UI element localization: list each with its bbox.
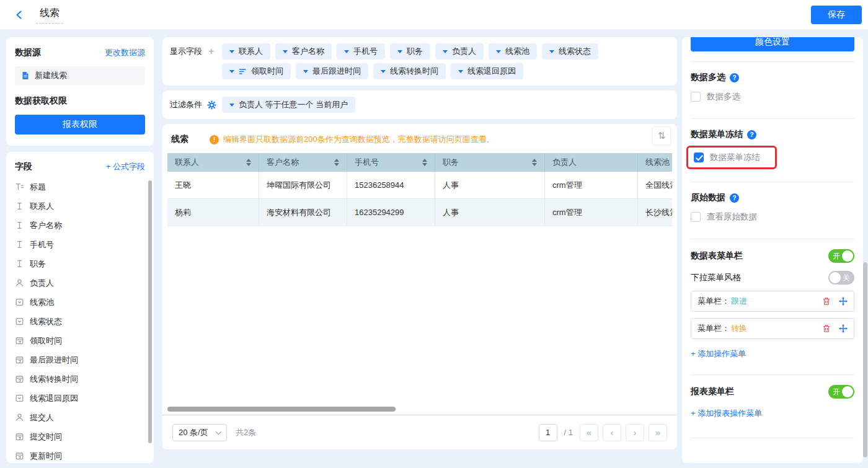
chevron-down-icon[interactable] xyxy=(229,50,234,53)
field-list-item[interactable]: 线索状态 xyxy=(15,312,145,331)
add-report-action-menu-link[interactable]: + 添加报表操作菜单 xyxy=(691,408,854,419)
left-sidebar: 数据源 更改数据源 新建线索 数据获取权限 报表权限 字段 + 公式字段 xyxy=(6,37,154,463)
menu-bar-item[interactable]: 菜单栏： 转换 xyxy=(691,318,854,339)
first-page-button[interactable]: « xyxy=(580,424,598,441)
help-icon[interactable]: ? xyxy=(730,73,739,82)
column-header[interactable]: 手机号 xyxy=(347,153,435,172)
display-field-chip[interactable]: 客户名称 xyxy=(275,43,332,60)
change-datasource-link[interactable]: 更改数据源 xyxy=(105,47,145,58)
display-field-chip[interactable]: 线索池 xyxy=(489,43,537,60)
table-row[interactable]: 杨莉 海安材料有限公司 16235294299 人事 crm管理 长沙线索 xyxy=(167,199,672,226)
display-field-chip[interactable]: 职务 xyxy=(390,43,430,60)
help-icon[interactable]: ? xyxy=(747,130,756,139)
field-list-item[interactable]: 客户名称 xyxy=(15,216,145,235)
field-list-item[interactable]: 最后跟进时间 xyxy=(15,350,145,369)
field-list-item[interactable]: 标题 xyxy=(15,177,145,196)
sort-carets-icon[interactable] xyxy=(334,159,339,166)
column-header[interactable]: 客户名称 xyxy=(259,153,347,172)
move-icon[interactable] xyxy=(839,324,848,333)
table-cell: 海安材料有限公司 xyxy=(259,199,347,226)
add-formula-field-link[interactable]: + 公式字段 xyxy=(106,161,145,172)
field-list-item[interactable]: 线索转换时间 xyxy=(15,369,145,389)
delete-icon[interactable] xyxy=(822,324,831,333)
window-scrollbar[interactable] xyxy=(863,262,867,457)
move-icon[interactable] xyxy=(839,297,848,306)
field-list-item[interactable]: 领取时间 xyxy=(15,331,145,350)
raw-data-checkbox-row[interactable]: 查看原始数据 xyxy=(691,211,854,223)
multi-select-checkbox-row[interactable]: 数据多选 xyxy=(691,91,854,102)
field-list-item[interactable]: 线索池 xyxy=(15,293,145,312)
display-field-chip[interactable]: 最后跟进时间 xyxy=(296,63,368,79)
sort-carets-icon[interactable] xyxy=(246,159,251,166)
chevron-down-icon[interactable] xyxy=(283,50,288,53)
save-button[interactable]: 保存 xyxy=(811,6,862,24)
display-field-chip[interactable]: 手机号 xyxy=(337,43,385,60)
chip-label: 线索转换时间 xyxy=(390,66,438,77)
add-action-menu-link[interactable]: + 添加操作菜单 xyxy=(691,348,854,360)
fields-scrollbar[interactable] xyxy=(148,180,152,443)
display-field-chip[interactable]: 联系人 xyxy=(222,43,270,60)
gear-icon[interactable] xyxy=(207,100,216,110)
display-field-chip[interactable]: 负责人 xyxy=(435,43,484,60)
checkbox-checked[interactable] xyxy=(694,152,704,162)
chevron-down-icon[interactable] xyxy=(397,50,402,53)
field-item-label: 线索状态 xyxy=(30,316,62,327)
current-page-input[interactable]: 1 xyxy=(539,424,557,441)
table-horizontal-scrollbar[interactable] xyxy=(167,407,396,412)
next-page-button[interactable]: › xyxy=(626,424,644,441)
checkbox-unchecked[interactable] xyxy=(691,92,701,102)
sort-carets-icon[interactable] xyxy=(532,159,537,166)
field-type-icon xyxy=(15,374,24,384)
page-title[interactable]: 线索 xyxy=(36,6,63,24)
display-field-chip[interactable]: 线索状态 xyxy=(542,43,598,60)
chevron-down-icon[interactable] xyxy=(303,70,308,73)
chevron-down-icon[interactable] xyxy=(458,70,463,73)
back-button[interactable] xyxy=(11,7,27,23)
chevron-down-icon[interactable] xyxy=(229,104,234,107)
display-field-chip[interactable]: 线索退回原因 xyxy=(451,63,523,79)
field-list-item[interactable]: 提交人 xyxy=(15,408,145,427)
chevron-down-icon[interactable] xyxy=(549,50,554,53)
chevron-down-icon[interactable] xyxy=(496,50,501,53)
row-sort-toggle-button[interactable]: ⇅ xyxy=(652,126,671,145)
column-header[interactable]: 线索池 xyxy=(638,153,672,172)
chevron-down-icon[interactable] xyxy=(229,70,234,73)
menu-bar-item[interactable]: 菜单栏： 跟进 xyxy=(691,291,854,312)
help-icon[interactable]: ? xyxy=(730,193,739,203)
chevron-down-icon[interactable] xyxy=(344,50,349,53)
table-row[interactable]: 王晓 坤曜国际有限公司 15236258944 人事 crm管理 全国线索 xyxy=(167,172,672,199)
field-list-item[interactable]: 负责人 xyxy=(15,273,145,293)
column-header[interactable]: 负责人 xyxy=(545,153,638,172)
chip-label: 领取时间 xyxy=(251,66,283,77)
sort-carets-icon[interactable] xyxy=(422,159,427,166)
datasource-item[interactable]: 新建线索 xyxy=(15,66,145,85)
checkbox-unchecked[interactable] xyxy=(691,212,701,222)
field-type-icon xyxy=(15,413,24,422)
field-list-item[interactable]: 更新时间 xyxy=(15,446,145,463)
column-header[interactable]: 职务 xyxy=(435,153,545,172)
field-item-label: 联系人 xyxy=(30,201,54,212)
field-list-item[interactable]: 手机号 xyxy=(15,235,145,254)
field-list-item[interactable]: 联系人 xyxy=(15,196,145,216)
field-list-item[interactable]: 提交时间 xyxy=(15,427,145,446)
report-permission-button[interactable]: 报表权限 xyxy=(15,115,145,135)
table-menu-toggle-on[interactable]: 开 xyxy=(828,249,854,263)
chevron-down-icon[interactable] xyxy=(443,50,448,53)
display-field-chip[interactable]: 领取时间 xyxy=(222,63,291,79)
display-field-chip[interactable]: 线索转换时间 xyxy=(373,63,446,79)
chevron-down-icon[interactable] xyxy=(381,70,386,73)
color-settings-button[interactable]: 颜色设置 xyxy=(691,37,854,51)
field-list-item[interactable]: 职务 xyxy=(15,254,145,273)
last-page-button[interactable]: » xyxy=(649,424,667,441)
add-display-field-button[interactable]: + xyxy=(208,46,214,56)
filter-condition-chip[interactable]: 负责人 等于任意一个 当前用户 xyxy=(222,97,355,113)
page-total-label: / 1 xyxy=(564,428,573,437)
dropdown-style-toggle-off[interactable]: 关 xyxy=(828,271,854,285)
report-menu-toggle-on[interactable]: 开 xyxy=(828,385,854,399)
page-size-select[interactable]: 20 条/页 xyxy=(172,424,227,441)
prev-page-button[interactable]: ‹ xyxy=(603,424,621,441)
field-type-icon xyxy=(15,182,24,192)
delete-icon[interactable] xyxy=(822,297,831,306)
column-header[interactable]: 联系人 xyxy=(167,153,259,172)
field-list-item[interactable]: 线索退回原因 xyxy=(15,389,145,408)
